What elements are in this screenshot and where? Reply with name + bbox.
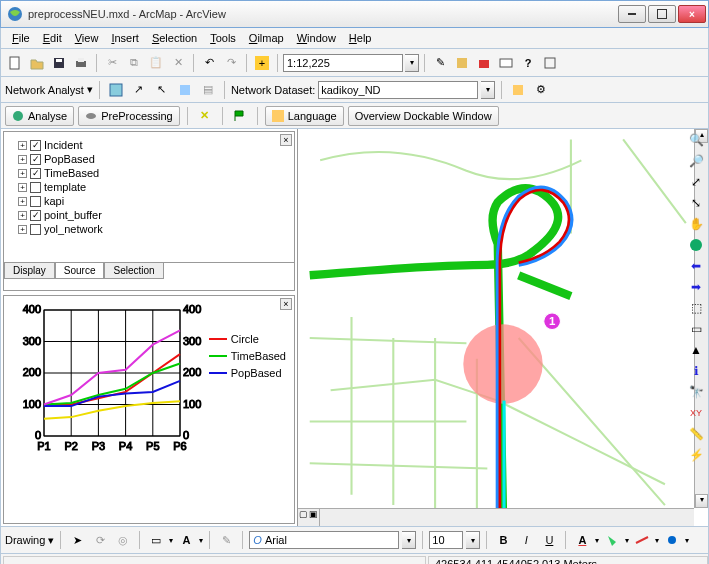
zoom-out-icon[interactable]: 🔎 — [687, 152, 705, 170]
marker-color-icon[interactable] — [662, 530, 682, 550]
na-props-icon[interactable]: ⚙ — [531, 80, 551, 100]
identify-icon[interactable]: ℹ — [687, 362, 705, 380]
next-extent-icon[interactable]: ➡ — [687, 278, 705, 296]
toc-close-icon[interactable]: × — [280, 134, 292, 146]
close-button[interactable]: × — [678, 5, 706, 23]
goto-xy-icon[interactable]: XY — [687, 404, 705, 422]
checkbox-icon[interactable]: ✓ — [30, 154, 41, 165]
checkbox-icon[interactable] — [30, 224, 41, 235]
font-select[interactable]: OArial — [249, 531, 399, 549]
font-color-icon[interactable]: A — [572, 530, 592, 550]
font-size-select[interactable]: 10 — [429, 531, 463, 549]
line-color-icon[interactable] — [632, 530, 652, 550]
map-view[interactable]: 1 ▴ ▾ ▢▣ — [297, 129, 708, 526]
select-arrow-icon[interactable]: ➤ — [67, 530, 87, 550]
text-dropdown-icon[interactable]: ▾ — [199, 536, 203, 545]
expand-icon[interactable]: + — [18, 197, 27, 206]
editor-icon[interactable]: ✎ — [430, 53, 450, 73]
fixed-zoom-in-icon[interactable]: ⤢ — [687, 173, 705, 191]
scroll-down-icon[interactable]: ▾ — [695, 494, 708, 508]
expand-icon[interactable]: + — [18, 141, 27, 150]
add-data-icon[interactable]: + — [252, 53, 272, 73]
open-icon[interactable] — [27, 53, 47, 73]
text-tool-icon[interactable]: A — [176, 530, 196, 550]
checkbox-icon[interactable]: ✓ — [30, 210, 41, 221]
font-color-dropdown[interactable]: ▾ — [595, 536, 599, 545]
select-elements-icon[interactable]: ▲ — [687, 341, 705, 359]
delete-icon[interactable]: ✕ — [168, 53, 188, 73]
print-icon[interactable] — [71, 53, 91, 73]
language-button[interactable]: Language — [265, 106, 344, 126]
data-view-icon[interactable]: ▢ — [298, 509, 309, 526]
menu-tools[interactable]: Tools — [205, 30, 241, 46]
toc-layer[interactable]: +kapi — [8, 194, 290, 208]
marker-color-dropdown[interactable]: ▾ — [685, 536, 689, 545]
pan-icon[interactable]: ✋ — [687, 215, 705, 233]
network-dataset-dropdown[interactable]: ▾ — [481, 81, 495, 99]
fill-color-dropdown[interactable]: ▾ — [625, 536, 629, 545]
full-extent-icon[interactable] — [687, 236, 705, 254]
expand-icon[interactable]: + — [18, 225, 27, 234]
command-icon[interactable] — [496, 53, 516, 73]
bold-icon[interactable]: B — [493, 530, 513, 550]
minimize-button[interactable] — [618, 5, 646, 23]
toc-layer[interactable]: +yol_network — [8, 222, 290, 236]
select-features-icon[interactable]: ⬚ — [687, 299, 705, 317]
na-build-icon[interactable] — [508, 80, 528, 100]
preprocessing-button[interactable]: PreProcessing — [78, 106, 180, 126]
rotate-icon[interactable]: ⟳ — [90, 530, 110, 550]
drawing-label[interactable]: Drawing — [5, 534, 45, 546]
chart-close-icon[interactable]: × — [280, 298, 292, 310]
cut-icon[interactable]: ✂ — [102, 53, 122, 73]
toc-layer[interactable]: +✓point_buffer — [8, 208, 290, 222]
map-canvas[interactable]: 1 — [298, 129, 708, 526]
menu-insert[interactable]: Insert — [106, 30, 144, 46]
menu-window[interactable]: Window — [292, 30, 341, 46]
zoom-in-icon[interactable]: 🔍 — [687, 131, 705, 149]
copy-icon[interactable]: ⧉ — [124, 53, 144, 73]
measure-icon[interactable]: 📏 — [687, 425, 705, 443]
model-icon[interactable] — [540, 53, 560, 73]
map-hscrollbar[interactable]: ▢▣ — [298, 508, 694, 526]
menu-file[interactable]: File — [7, 30, 35, 46]
network-dataset-select[interactable]: kadikoy_ND — [318, 81, 478, 99]
expand-icon[interactable]: + — [18, 211, 27, 220]
expand-icon[interactable]: + — [18, 169, 27, 178]
toc-layer[interactable]: +✓TimeBased — [8, 166, 290, 180]
edit-vertices-icon[interactable]: ✎ — [216, 530, 236, 550]
shape-dropdown-icon[interactable]: ▾ — [169, 536, 173, 545]
find-icon[interactable]: 🔭 — [687, 383, 705, 401]
toc-layer[interactable]: +✓Incident — [8, 138, 290, 152]
redo-icon[interactable]: ↷ — [221, 53, 241, 73]
toc-tab-display[interactable]: Display — [4, 263, 55, 279]
expand-icon[interactable]: + — [18, 183, 27, 192]
clear-selection-icon[interactable]: ▭ — [687, 320, 705, 338]
line-color-dropdown[interactable]: ▾ — [655, 536, 659, 545]
flag-green-icon[interactable] — [230, 106, 250, 126]
scale-input[interactable] — [283, 54, 403, 72]
menu-help[interactable]: Help — [344, 30, 377, 46]
checkbox-icon[interactable] — [30, 196, 41, 207]
analyse-button[interactable]: Analyse — [5, 106, 74, 126]
na-directions-icon[interactable]: ▤ — [198, 80, 218, 100]
menu-view[interactable]: View — [70, 30, 104, 46]
rect-tool-icon[interactable]: ▭ — [146, 530, 166, 550]
save-icon[interactable] — [49, 53, 69, 73]
font-dropdown-icon[interactable]: ▾ — [402, 531, 416, 549]
hyperlink-icon[interactable]: ⚡ — [687, 446, 705, 464]
checkbox-icon[interactable]: ✓ — [30, 168, 41, 179]
toc-layer[interactable]: +template — [8, 180, 290, 194]
zoom-target-icon[interactable]: ◎ — [113, 530, 133, 550]
toc-tab-source[interactable]: Source — [55, 263, 105, 279]
maximize-button[interactable] — [648, 5, 676, 23]
toc-tab-selection[interactable]: Selection — [104, 263, 163, 279]
menu-selection[interactable]: Selection — [147, 30, 202, 46]
new-doc-icon[interactable] — [5, 53, 25, 73]
na-create-icon[interactable]: ↗ — [129, 80, 149, 100]
layout-view-icon[interactable]: ▣ — [309, 509, 320, 526]
expand-icon[interactable]: + — [18, 155, 27, 164]
fixed-zoom-out-icon[interactable]: ⤡ — [687, 194, 705, 212]
network-analyst-label[interactable]: Network Analyst — [5, 84, 84, 96]
flag-yellow-icon[interactable]: ✕ — [195, 106, 215, 126]
overview-window-button[interactable]: Overview Dockable Window — [348, 106, 499, 126]
